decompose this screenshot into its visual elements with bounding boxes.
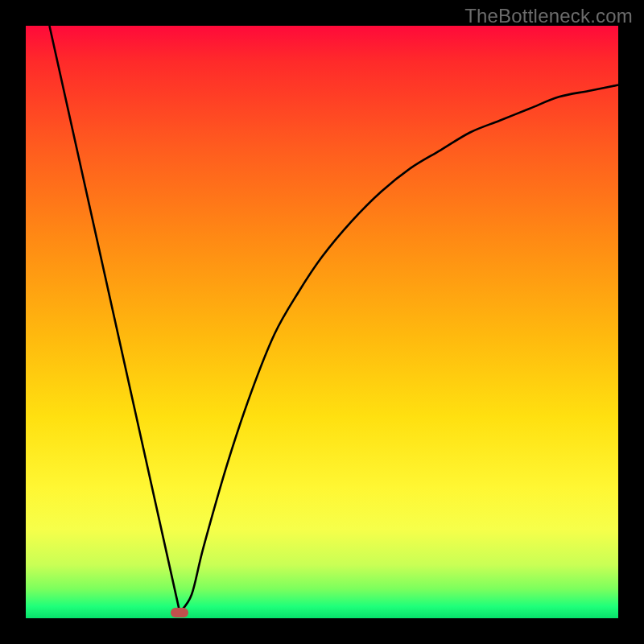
- plot-area: [26, 26, 618, 618]
- minimum-marker: [171, 608, 188, 617]
- watermark-text: TheBottleneck.com: [464, 5, 633, 27]
- curve-path: [49, 26, 618, 613]
- bottleneck-curve: [26, 26, 618, 618]
- chart-frame: TheBottleneck.com: [0, 0, 644, 644]
